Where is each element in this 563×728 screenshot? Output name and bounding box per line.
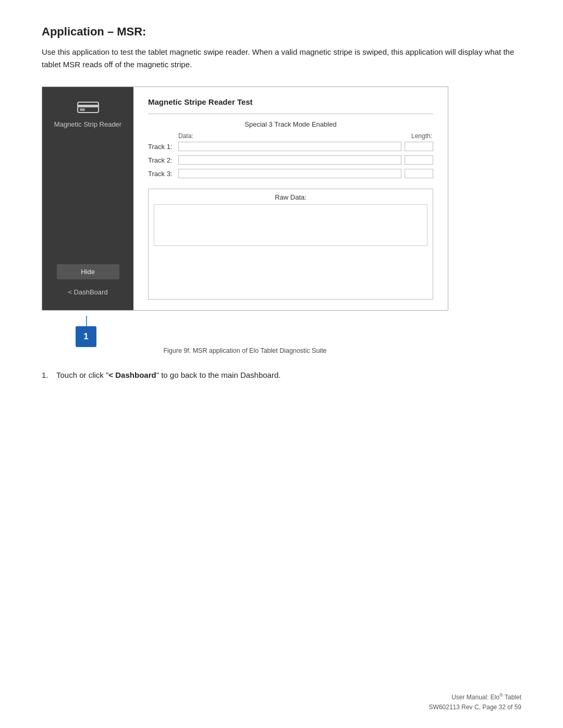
track1-data-input[interactable]	[178, 142, 401, 151]
raw-data-textarea[interactable]	[154, 204, 427, 246]
section-title: Application – MSR:	[42, 25, 521, 39]
raw-data-title: Raw Data:	[154, 193, 427, 201]
svg-rect-2	[80, 108, 85, 111]
msr-icon	[77, 100, 100, 115]
main-panel: Magnetic Stripe Reader Test Special 3 Tr…	[133, 87, 448, 310]
instruction-text-1: Touch or click "< Dashboard" to go back …	[56, 369, 280, 381]
track2-row: Track 2:	[148, 155, 433, 165]
app-screenshot: Magnetic Strip Reader Hide < DashBoard M…	[42, 87, 448, 311]
data-length-headers: Data: Length:	[148, 132, 433, 140]
section-description: Use this application to test the tablet …	[42, 46, 521, 71]
track3-row: Track 3:	[148, 169, 433, 178]
instruction-list: 1. Touch or click "< Dashboard" to go ba…	[42, 369, 521, 381]
track3-data-input[interactable]	[178, 169, 401, 178]
track3-label: Track 3:	[148, 170, 178, 178]
main-panel-title: Magnetic Stripe Reader Test	[148, 97, 433, 106]
instruction-num-1: 1.	[42, 369, 56, 381]
track2-length-input[interactable]	[405, 155, 433, 165]
hide-button[interactable]: Hide	[57, 264, 119, 279]
track1-length-input[interactable]	[405, 142, 433, 151]
title-divider	[148, 114, 433, 114]
footer-line1: User Manual: Elo® Tablet	[429, 692, 521, 702]
footer-line2: SW602113 Rev C, Page 32 of 59	[429, 702, 521, 712]
callout-badge-1: 1	[76, 326, 96, 347]
instruction-item-1: 1. Touch or click "< Dashboard" to go ba…	[42, 369, 521, 381]
callout-container: 1	[42, 316, 448, 347]
data-header: Data:	[178, 132, 405, 140]
track1-row: Track 1:	[148, 142, 433, 151]
dashboard-bold: < Dashboard	[108, 371, 156, 379]
track2-label: Track 2:	[148, 156, 178, 164]
mode-label: Special 3 Track Mode Enabled	[148, 120, 433, 128]
sidebar-msr-label: Magnetic Strip Reader	[54, 120, 121, 129]
raw-data-section: Raw Data:	[148, 189, 433, 300]
figure-caption: Figure 9f. MSR application of Elo Tablet…	[42, 347, 448, 354]
track3-length-input[interactable]	[405, 169, 433, 178]
track1-label: Track 1:	[148, 143, 178, 151]
connector-line	[86, 316, 87, 326]
svg-rect-1	[78, 105, 99, 107]
page-footer: User Manual: Elo® Tablet SW602113 Rev C,…	[429, 692, 521, 712]
track2-data-input[interactable]	[178, 155, 401, 165]
sidebar: Magnetic Strip Reader Hide < DashBoard	[42, 87, 133, 310]
dashboard-button[interactable]: < DashBoard	[63, 285, 113, 300]
registered-mark: ®	[499, 693, 503, 698]
length-header: Length:	[405, 132, 433, 140]
